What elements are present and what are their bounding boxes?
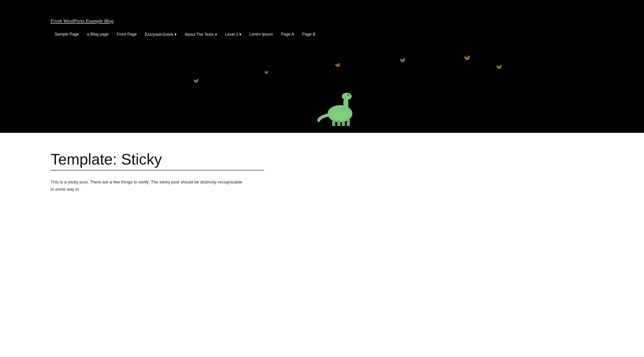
nav-link-page-b[interactable]: Page B <box>298 30 320 39</box>
nav-link-blog-page[interactable]: a Blog page <box>83 30 113 39</box>
content-area: Template: Sticky This is a sticky post. … <box>0 133 315 206</box>
nav-link-about-tests[interactable]: About The Tests ▾ <box>180 30 221 39</box>
svg-rect-1 <box>343 99 348 116</box>
butterfly-1: 🦋 <box>193 78 199 83</box>
site-title-link[interactable]: Fresh WordPress Example Blog <box>50 18 114 24</box>
svg-rect-8 <box>347 119 350 126</box>
nav-item-page-a[interactable]: Page A <box>277 30 298 39</box>
nav-link-lorem-ipsum[interactable]: Lorem Ipsum <box>245 30 277 39</box>
nav-link-greek[interactable]: Ελληνικά-Greek ▾ <box>141 30 180 39</box>
nav-item-page-b[interactable]: Page B <box>298 30 320 39</box>
butterfly-3: 🦋 <box>335 62 340 68</box>
svg-rect-7 <box>332 120 335 126</box>
hero-section: Fresh WordPress Example Blog Sample Page… <box>0 0 644 133</box>
nav-item-lorem-ipsum[interactable]: Lorem Ipsum <box>245 30 277 39</box>
svg-point-2 <box>342 93 352 100</box>
nav-link-level1[interactable]: Level 1 ▾ <box>221 30 245 39</box>
nav-link-page-a[interactable]: Page A <box>277 30 298 39</box>
site-title: Fresh WordPress Example Blog <box>0 0 644 24</box>
nav-item-sample-page[interactable]: Sample Page <box>50 30 83 39</box>
svg-point-0 <box>328 105 352 122</box>
butterfly-4: 🦋 <box>399 57 406 63</box>
main-navigation: Sample Page a Blog page Front Page Ελλην… <box>0 24 644 39</box>
svg-point-3 <box>348 95 349 96</box>
svg-point-4 <box>348 95 349 95</box>
post-title: Template: Sticky <box>50 151 264 170</box>
butterfly-6: 🦋 <box>496 64 502 70</box>
main-content: Template: Sticky This is a sticky post. … <box>0 133 644 206</box>
nav-item-blog-page[interactable]: a Blog page <box>83 30 113 39</box>
nav-item-front-page[interactable]: Front Page <box>113 30 141 39</box>
nav-item-level1[interactable]: Level 1 ▾ <box>221 30 245 39</box>
butterfly-5: 🦋 <box>464 55 470 61</box>
svg-rect-6 <box>342 121 345 126</box>
butterfly-2: 🦋 <box>264 70 268 74</box>
nav-link-sample-page[interactable]: Sample Page <box>50 30 83 39</box>
post-excerpt: This is a sticky post. There are a few t… <box>50 179 244 193</box>
nav-item-greek[interactable]: Ελληνικά-Greek ▾ <box>141 30 180 39</box>
dino-scene: 🦋 🦋 🦋 🦋 🦋 🦋 <box>0 56 644 133</box>
nav-link-front-page[interactable]: Front Page <box>113 30 141 39</box>
svg-point-9 <box>334 112 347 120</box>
dinosaur-image <box>318 81 362 126</box>
svg-rect-5 <box>337 120 340 126</box>
nav-item-about-tests[interactable]: About The Tests ▾ <box>180 30 221 39</box>
